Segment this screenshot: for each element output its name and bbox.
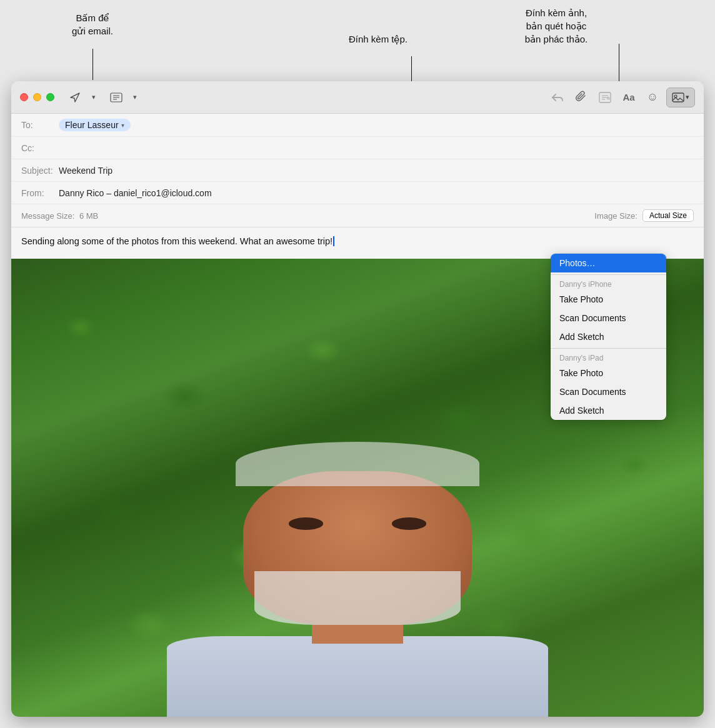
insert-tooltip-line xyxy=(619,44,619,81)
format-dropdown-button[interactable]: ▾ xyxy=(129,88,141,107)
image-size-label: Image Size: xyxy=(594,211,638,221)
attach-tooltip: Đính kèm tệp. xyxy=(338,32,419,46)
title-bar: ▾ ▾ xyxy=(11,81,704,114)
note-button[interactable] xyxy=(595,87,615,107)
emoji-button[interactable]: ☺ xyxy=(642,87,662,107)
mail-body[interactable]: Sending along some of the photos from th… xyxy=(11,227,704,717)
from-label: From: xyxy=(21,188,59,198)
format-button[interactable] xyxy=(106,88,127,107)
insert-tooltip: Đính kèm ảnh, bản quét hoặc bản phác thả… xyxy=(494,6,619,46)
minimize-button[interactable] xyxy=(33,93,41,101)
menu-item-add-sketch-2[interactable]: Add Sketch xyxy=(551,401,666,420)
dropdown-menu: Photos… Danny's iPhone Take Photo Scan D… xyxy=(551,254,666,420)
recipient-tag[interactable]: Fleur Lasseur ▾ xyxy=(59,119,131,131)
to-row: To: Fleur Lasseur ▾ xyxy=(11,114,704,137)
send-dropdown-button[interactable]: ▾ xyxy=(88,88,99,107)
message-size-text: Message Size: 6 MB xyxy=(21,211,98,221)
send-tooltip-line xyxy=(92,49,93,80)
menu-item-add-sketch-1[interactable]: Add Sketch xyxy=(551,327,666,346)
menu-separator-1 xyxy=(551,274,666,275)
attach-tooltip-line xyxy=(411,56,412,81)
toolbar-right: Aa ☺ ▾ xyxy=(548,87,695,107)
text-cursor xyxy=(333,236,334,246)
svg-point-9 xyxy=(674,95,677,97)
iphone-section-header: Danny's iPhone xyxy=(551,277,666,290)
mail-window: ▾ ▾ xyxy=(11,81,704,717)
traffic-lights xyxy=(20,93,54,101)
recipient-chevron: ▾ xyxy=(121,122,124,129)
image-size-area: Image Size: Actual Size xyxy=(594,209,694,222)
from-row: From: Danny Rico – daniel_rico1@icloud.c… xyxy=(11,182,704,204)
subject-value[interactable]: Weekend Trip xyxy=(59,166,694,176)
header-fields: To: Fleur Lasseur ▾ Cc: Subject: Weekend… xyxy=(11,114,704,227)
ipad-section-header: Danny's iPad xyxy=(551,351,666,364)
to-label: To: xyxy=(21,120,59,130)
insert-photo-button[interactable]: ▾ xyxy=(666,87,695,107)
body-text[interactable]: Sending along some of the photos from th… xyxy=(11,227,704,256)
menu-item-take-photo-1[interactable]: Take Photo xyxy=(551,290,666,309)
svg-rect-8 xyxy=(672,93,684,102)
font-button[interactable]: Aa xyxy=(619,87,639,107)
menu-item-scan-docs-2[interactable]: Scan Documents xyxy=(551,382,666,401)
subject-row: Subject: Weekend Trip xyxy=(11,159,704,182)
close-button[interactable] xyxy=(20,93,28,101)
reply-button[interactable] xyxy=(548,87,568,107)
toolbar-left: ▾ ▾ xyxy=(64,88,141,107)
menu-separator-2 xyxy=(551,348,666,349)
cc-row: Cc: xyxy=(11,137,704,159)
subject-label: Subject: xyxy=(21,166,59,176)
image-size-button[interactable]: Actual Size xyxy=(642,209,694,222)
send-button[interactable] xyxy=(64,88,86,107)
menu-item-take-photo-2[interactable]: Take Photo xyxy=(551,364,666,382)
maximize-button[interactable] xyxy=(46,93,54,101)
annotations-area: Bấm để gửi email. Đính kèm tệp. Đính kèm… xyxy=(0,0,715,81)
from-value: Danny Rico – daniel_rico1@icloud.com xyxy=(59,188,694,198)
attach-button[interactable] xyxy=(571,87,591,107)
menu-item-photos[interactable]: Photos… xyxy=(551,254,666,272)
send-tooltip: Bấm để gửi email. xyxy=(55,11,130,37)
menu-item-scan-docs-1[interactable]: Scan Documents xyxy=(551,309,666,327)
cc-label: Cc: xyxy=(21,143,59,153)
size-row: Message Size: 6 MB Image Size: Actual Si… xyxy=(11,204,704,227)
